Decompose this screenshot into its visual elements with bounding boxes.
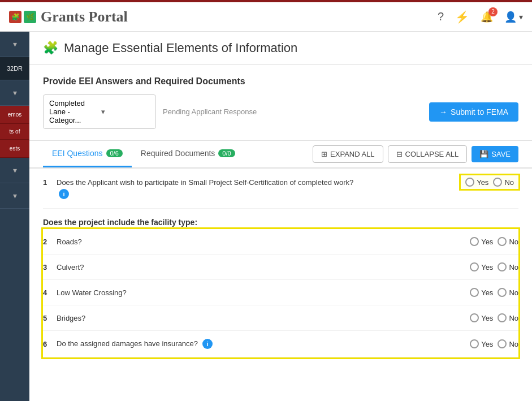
questions-area: 1 Does the Applicant wish to participate… [29,169,532,401]
yes-radio-2[interactable]: Yes [470,237,493,246]
yes-radio-1[interactable]: Yes [465,178,488,187]
info-icon-1[interactable]: i [59,189,69,199]
no-label-4: No [509,288,518,297]
question-number-4: 4 [43,288,57,297]
radio-yes-circle-1[interactable] [465,178,474,187]
yes-radio-5[interactable]: Yes [470,313,493,322]
yes-label-5: Yes [481,314,493,322]
radio-no-circle-5[interactable] [498,313,507,322]
radio-yes-circle-3[interactable] [470,262,479,271]
question-text-3: Culvert? [57,263,470,271]
user-menu[interactable]: 👤 ▾ [504,11,523,23]
radio-no-circle-6[interactable] [498,339,507,348]
radio-no-circle-3[interactable] [498,262,507,271]
facility-type-label: Does the project include the facility ty… [43,218,197,227]
lane-dropdown[interactable]: Completed Lane - Categor... ▾ [43,94,156,129]
puzzle-icon: 🧩 [43,41,58,55]
no-radio-5[interactable]: No [498,313,518,322]
dropdown-arrow-icon: ▾ [101,107,150,116]
page-title: Manage Essential Elements of Information [64,41,297,55]
yes-no-group-2: Yes No [470,237,518,246]
arrow-right-icon: → [439,107,447,117]
tab-docs-badge: 0/0 [218,149,235,157]
main-layout: ▾ 32DR ▾ emos ts of ests ▾ ▾ 🧩 Manage Es… [0,32,532,401]
chevron-down-icon: ▾ [13,40,17,49]
question-text-4: Low Water Crossing? [57,288,470,297]
info-icon-6[interactable]: i [202,339,213,349]
section-container: Provide EEI Answers and Required Documen… [29,65,532,141]
no-label-2: No [509,238,518,246]
submit-to-fema-button[interactable]: → Submit to FEMA [429,102,518,122]
controls-row: Completed Lane - Categor... ▾ Pending Ap… [43,94,518,129]
yes-no-group-4: Yes No [470,288,518,297]
radio-no-circle-4[interactable] [498,288,507,297]
no-radio-6[interactable]: No [498,339,518,348]
tab-eei-badge: 0/6 [106,149,123,157]
question-number-1: 1 [43,178,57,187]
question-row-4: 4 Low Water Crossing? Yes No [43,280,518,305]
nav-icons: ? ⚡ 🔔 2 👤 ▾ [438,10,523,24]
question-number-6: 6 [43,340,57,348]
expand-all-button[interactable]: ⊞ EXPAND ALL [313,145,383,163]
question-number-3: 3 [43,263,57,271]
question-row-5: 5 Bridges? Yes No [43,305,518,331]
question-row-2: 2 Roads? Yes No [43,229,518,255]
notification-badge: 2 [488,7,498,16]
radio-yes-circle-4[interactable] [470,288,479,297]
notification-icon[interactable]: 🔔 2 [481,11,493,23]
question-number-5: 5 [43,314,57,322]
no-radio-1[interactable]: No [493,178,514,187]
yes-label-3: Yes [481,263,493,271]
sidebar-item-2[interactable]: ▾ [0,80,29,106]
logo-icons: 🧩 🌿 [9,11,36,23]
tab-required-documents[interactable]: Required Documents 0/0 [132,141,244,167]
radio-yes-circle-5[interactable] [470,313,479,322]
radio-no-circle-2[interactable] [498,237,507,246]
question-text-6: Do the assigned damages have insurance? … [57,339,470,349]
logo-portal: Portal [85,8,128,25]
yes-label-6: Yes [481,340,493,348]
logo-grants: Grants [41,8,85,25]
top-navigation: 🧩 🌿 Grants Portal ? ⚡ 🔔 2 👤 ▾ [0,0,532,32]
yes-radio-6[interactable]: Yes [470,339,493,348]
chevron-down-icon-2: ▾ [13,88,17,97]
logo-icon-green: 🌿 [24,11,36,23]
tabs-toolbar: EEI Questions 0/6 Required Documents 0/0… [29,141,532,169]
save-button[interactable]: 💾 SAVE [472,146,518,162]
yes-radio-3[interactable]: Yes [470,262,493,271]
sidebar-label-32dr: 32DR [7,65,23,72]
lightning-icon[interactable]: ⚡ [455,10,469,24]
help-icon[interactable]: ? [438,10,444,23]
no-radio-3[interactable]: No [498,262,518,271]
save-icon: 💾 [479,150,488,158]
sidebar-item-1[interactable]: ▾ [0,32,29,57]
pending-text: Pending Applicant Response [163,107,257,116]
sidebar-item-32dr[interactable]: 32DR [0,57,29,80]
yes-radio-4[interactable]: Yes [470,288,493,297]
chevron-down-icon-3: ▾ [13,166,17,175]
radio-no-circle-1[interactable] [493,178,502,187]
sidebar-section-ts: ts of [0,124,29,140]
no-radio-2[interactable]: No [498,237,518,246]
logo-area: 🧩 🌿 Grants Portal [9,8,128,25]
no-radio-4[interactable]: No [498,288,518,297]
question-row-1: 1 Does the Applicant wish to participate… [43,169,518,209]
radio-yes-circle-2[interactable] [470,237,479,246]
no-label-3: No [509,263,518,271]
yes-no-group-1: Yes No [461,175,518,189]
logo-title: Grants Portal [41,8,128,25]
collapse-all-button[interactable]: ⊟ COLLAPSE ALL [388,145,468,163]
tab-eei-questions[interactable]: EEI Questions 0/6 [43,141,132,167]
yes-label-4: Yes [481,288,493,297]
content-area: 🧩 Manage Essential Elements of Informati… [29,32,532,401]
radio-yes-circle-6[interactable] [470,339,479,348]
sidebar-item-4[interactable]: ▾ [0,183,29,209]
sidebar-item-3[interactable]: ▾ [0,158,29,183]
highlighted-questions-group: 2 Roads? Yes No 3 [43,229,518,357]
no-label-1: No [504,178,514,187]
save-label: SAVE [491,150,511,158]
yes-label-2: Yes [481,238,493,246]
expand-all-label: EXPAND ALL [330,150,375,158]
minus-icon: ⊟ [396,150,403,158]
collapse-all-label: COLLAPSE ALL [405,150,459,158]
